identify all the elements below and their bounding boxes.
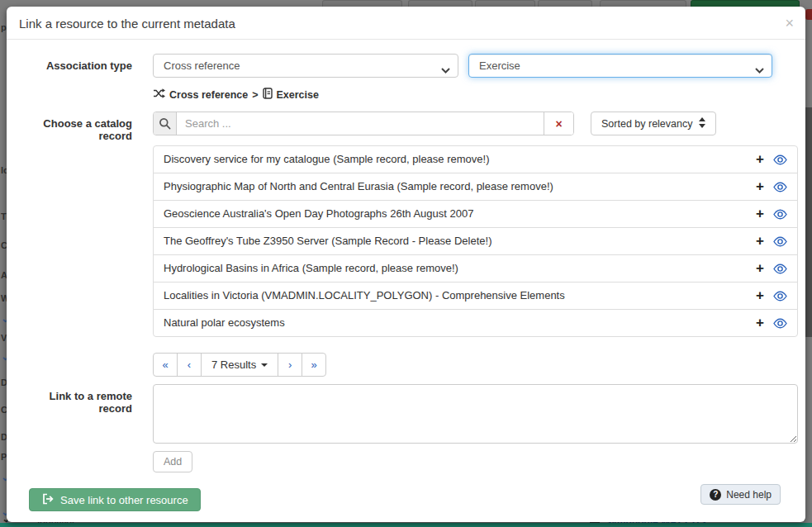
background-text-fragment: V [1, 333, 7, 343]
add-record-icon[interactable]: + [756, 290, 764, 301]
record-title[interactable]: Localities in Victoria (VMADMIN.LOCALITY… [164, 289, 565, 302]
association-breadcrumb: Cross reference > Exercise [153, 88, 793, 102]
background-text-fragment: Da [1, 377, 7, 387]
background-text-fragment: Da [1, 432, 7, 442]
pagination-prev-button[interactable]: ‹ [177, 353, 202, 377]
background-text-fragment: C [1, 240, 7, 250]
background-text-fragment: ⌄ [1, 350, 7, 363]
search-icon [154, 112, 177, 135]
pagination-first-button[interactable]: « [153, 353, 178, 377]
catalog-record-list: Discovery service for my catalogue (Samp… [153, 145, 798, 337]
remote-record-label: Link to a remote record [19, 384, 132, 415]
background-text-fragment: C [1, 405, 7, 415]
record-title[interactable]: The Geoffrey's Tube Z3950 Server (Sample… [164, 235, 491, 248]
link-resource-modal: Link a resource to the current metadata … [7, 7, 805, 522]
modal-footer: Save link to other resource ? Need help [19, 484, 793, 511]
background-text-fragment: P [1, 452, 7, 462]
preview-record-eye-icon[interactable] [773, 154, 787, 165]
breadcrumb-separator: > [252, 89, 258, 101]
chevron-down-icon [441, 64, 450, 76]
caret-down-icon [261, 363, 268, 367]
background-text-fragment: Tit [1, 211, 7, 221]
add-record-icon[interactable]: + [756, 235, 764, 247]
background-text-fragment: ⌄ [1, 312, 7, 325]
add-record-icon[interactable]: + [756, 263, 764, 274]
association-subtype-value: Exercise [479, 59, 520, 72]
list-item: Natural polar ecosystems + [153, 309, 798, 337]
add-remote-button[interactable]: Add [153, 451, 192, 472]
association-subtype-select[interactable]: Exercise [468, 54, 772, 78]
list-item: Physiographic Map of North and Central E… [153, 173, 798, 201]
need-help-label: Need help [726, 489, 772, 501]
add-record-icon[interactable]: + [756, 181, 764, 192]
preview-record-eye-icon[interactable] [773, 182, 787, 192]
pagination-results-dropdown[interactable]: 7 Results [201, 353, 278, 377]
add-record-icon[interactable]: + [756, 317, 764, 329]
list-item: Hydrological Basins in Africa (Sample re… [153, 254, 798, 282]
background-left-edge: paIcTitCAltW⌄V⌄DaCDaP⌄⌄ [0, 0, 7, 527]
background-right-edge [805, 107, 812, 337]
list-item: Discovery service for my catalogue (Samp… [153, 145, 798, 173]
add-record-icon[interactable]: + [756, 208, 764, 220]
pagination-last-button[interactable]: » [302, 353, 326, 377]
modal-title: Link a resource to the current metadata [19, 17, 793, 31]
association-type-select[interactable]: Cross reference [153, 54, 458, 78]
background-text-fragment: ⌄ [1, 471, 7, 483]
remote-record-textarea[interactable] [153, 384, 798, 444]
preview-record-eye-icon[interactable] [773, 264, 787, 274]
add-record-icon[interactable]: + [756, 154, 764, 165]
save-link-label: Save link to other resource [60, 494, 188, 506]
list-item: Localities in Victoria (VMADMIN.LOCALITY… [153, 282, 798, 310]
shuffle-icon [153, 88, 165, 101]
modal-header: Link a resource to the current metadata … [7, 7, 805, 40]
background-text-fragment: pa [1, 22, 7, 32]
search-input[interactable] [177, 112, 544, 135]
background-text-fragment: Ic [1, 165, 7, 175]
save-link-button[interactable]: Save link to other resource [29, 488, 201, 511]
question-icon: ? [710, 489, 721, 501]
background-text-fragment: W [1, 293, 7, 303]
background-bottom-bar [0, 523, 812, 527]
background-text-fragment: Alt [1, 270, 7, 280]
list-item: Geoscience Australia's Open Day Photogra… [153, 200, 798, 228]
association-type-label: Association type [19, 54, 132, 72]
close-icon[interactable]: × [785, 16, 794, 31]
results-count-label: 7 Results [211, 358, 256, 371]
breadcrumb-type: Cross reference [169, 89, 248, 101]
record-title[interactable]: Natural polar ecosystems [164, 316, 285, 330]
sort-arrows-icon [699, 117, 705, 131]
preview-record-eye-icon[interactable] [773, 236, 787, 247]
background-notification-badge [805, 9, 812, 20]
preview-record-eye-icon[interactable] [773, 291, 787, 301]
association-type-value: Cross reference [164, 59, 240, 72]
list-item: The Geoffrey's Tube Z3950 Server (Sample… [153, 227, 798, 255]
breadcrumb-subtype: Exercise [277, 89, 319, 101]
choose-record-label: Choose a catalog record [19, 112, 132, 142]
record-title[interactable]: Discovery service for my catalogue (Samp… [164, 153, 489, 166]
need-help-button[interactable]: ? Need help [700, 484, 781, 505]
pagination: « ‹ 7 Results › » [153, 353, 326, 377]
preview-record-eye-icon[interactable] [773, 209, 787, 220]
sign-out-icon [41, 493, 54, 507]
journal-icon [263, 88, 273, 102]
record-title[interactable]: Physiographic Map of North and Central E… [164, 180, 553, 193]
sort-button-label: Sorted by relevancy [601, 118, 692, 130]
sort-by-button[interactable]: Sorted by relevancy [591, 112, 716, 135]
modal-body: Association type Cross reference Exercis… [7, 54, 805, 511]
pagination-next-button[interactable]: › [278, 353, 302, 377]
record-title[interactable]: Geoscience Australia's Open Day Photogra… [164, 207, 473, 221]
clear-search-icon[interactable]: × [544, 112, 573, 135]
chevron-down-icon [755, 64, 764, 76]
record-title[interactable]: Hydrological Basins in Africa (Sample re… [164, 262, 458, 275]
search-input-group: × [153, 112, 574, 135]
preview-record-eye-icon[interactable] [773, 318, 787, 329]
